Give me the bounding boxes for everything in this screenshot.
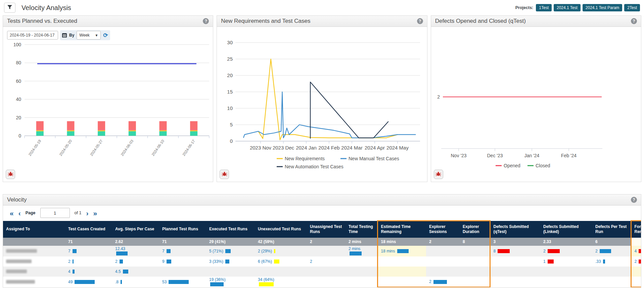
refresh-icon[interactable]: ⟳ — [103, 33, 108, 38]
column-header[interactable]: Planned Test Runs — [159, 221, 206, 238]
project-badge[interactable]: 1Test — [536, 4, 552, 11]
cell-value: 8 — [494, 249, 496, 253]
cell-value: 5 (71%) — [209, 249, 223, 253]
redacted-name — [6, 249, 37, 253]
svg-text:25: 25 — [227, 56, 233, 62]
table-cell — [346, 256, 377, 267]
page-input[interactable] — [40, 208, 70, 218]
svg-text:New Requirements: New Requirements — [285, 156, 325, 161]
table-row[interactable]: 44.5 — [3, 267, 641, 277]
table-cell — [460, 256, 490, 267]
svg-text:80: 80 — [16, 60, 21, 65]
summary-cell: 29 (41%) — [206, 238, 255, 246]
report-bug-button[interactable] — [434, 170, 443, 179]
next-page-button[interactable]: › — [86, 210, 88, 217]
table-cell: 9 — [159, 256, 206, 267]
column-header[interactable]: Explorer Sessions — [426, 221, 460, 238]
table-cell — [3, 256, 65, 267]
svg-text:60: 60 — [16, 78, 21, 84]
filter-button[interactable] — [4, 3, 15, 13]
table-cell — [592, 277, 631, 287]
column-header[interactable]: Forecasted Defects Remaining — [631, 221, 641, 238]
svg-text:Feb '24: Feb '24 — [561, 153, 577, 158]
project-badge[interactable]: 2024.1 Test Param — [583, 4, 623, 11]
table-cell — [460, 277, 490, 287]
svg-text:10: 10 — [227, 105, 233, 111]
last-page-button[interactable]: » — [93, 210, 97, 217]
by-label: By — [69, 33, 74, 38]
svg-text:2024 Mar: 2024 Mar — [341, 145, 363, 151]
velocity-table: Assigned ToTest Cases CreatedAvg. Steps … — [3, 220, 641, 288]
table-row[interactable]: 2293 (33%)6 (67%)21.332 — [3, 256, 641, 267]
first-page-button[interactable]: « — [10, 210, 14, 217]
prev-page-button[interactable]: ‹ — [18, 210, 21, 217]
svg-text:2024-06-10: 2024-06-10 — [151, 139, 165, 157]
column-header[interactable]: Avg. Steps Per Case — [112, 221, 159, 238]
table-cell: 2 — [426, 277, 460, 287]
table-cell — [426, 256, 460, 267]
svg-text:New Automation Test Cases: New Automation Test Cases — [285, 164, 343, 169]
table-cell: 18 mins — [377, 246, 426, 256]
table-cell: 2 (29%) — [255, 246, 307, 256]
column-header[interactable]: Explorer Duration — [460, 221, 490, 238]
svg-text:30: 30 — [227, 40, 233, 45]
value-bar — [169, 280, 189, 284]
column-header[interactable]: Defects Submitted (Linked) — [540, 221, 592, 238]
table-cell: 2 — [631, 256, 641, 267]
svg-text:2024-06-03: 2024-06-03 — [120, 139, 134, 157]
project-badge[interactable]: 2Test — [624, 4, 640, 11]
column-header[interactable]: Assigned To — [3, 221, 65, 238]
summary-cell: 71 — [159, 238, 206, 246]
svg-text:New Manual Test Cases: New Manual Test Cases — [349, 156, 399, 161]
panel-defects-header: Defects Opened and Closed (qTest) ? — [431, 16, 641, 27]
cell-value: 2 — [429, 279, 431, 284]
column-header[interactable]: Unexecuted Test Runs — [255, 221, 307, 238]
date-controls: By Week ▼ ⟳ — [7, 30, 213, 40]
help-icon[interactable]: ? — [631, 18, 637, 24]
panel-new-requirements: New Requirements and Test Cases ? 051015… — [217, 15, 427, 182]
help-icon[interactable]: ? — [631, 197, 637, 203]
funnel-icon — [7, 5, 12, 10]
table-cell: 2 — [307, 256, 346, 267]
interval-select[interactable]: Week ▼ — [77, 31, 101, 40]
column-header[interactable]: Unassigned Test Runs — [307, 221, 346, 238]
column-header[interactable]: Total Testing Time — [346, 221, 377, 238]
table-cell — [3, 277, 65, 287]
report-bug-button[interactable] — [6, 170, 15, 179]
column-header[interactable]: Defects Submitted (qTest) — [490, 221, 540, 238]
table-cell: 6 (67%) — [255, 256, 307, 267]
value-bar — [498, 249, 510, 253]
summary-cell: 71 — [65, 238, 112, 246]
page-of-label: of 1 — [75, 211, 82, 215]
cell-value: .8 — [115, 280, 119, 284]
value-bar — [397, 249, 409, 253]
value-bar — [600, 249, 611, 253]
table-cell — [540, 267, 592, 277]
table-cell — [346, 277, 377, 287]
interval-controls: By Week ▼ ⟳ — [60, 30, 110, 40]
table-cell — [460, 267, 490, 277]
header-row: Assigned ToTest Cases CreatedAvg. Steps … — [3, 221, 641, 238]
table-cell — [346, 267, 377, 277]
svg-text:Nov '23: Nov '23 — [451, 153, 466, 158]
summary-cell — [631, 238, 641, 246]
column-header[interactable]: Defects Per Test Run — [592, 221, 631, 238]
date-range-input[interactable] — [7, 31, 58, 40]
chevron-down-icon: ▼ — [95, 34, 98, 37]
project-badge[interactable]: 2024.1 Test — [554, 4, 581, 11]
table-row[interactable]: 712.4375 (71%)2 (29%)2 mins18 mins8224 — [3, 246, 641, 256]
svg-text:2024-05-20: 2024-05-20 — [58, 139, 73, 157]
help-icon[interactable]: ? — [203, 18, 209, 24]
calendar-icon[interactable] — [62, 33, 67, 38]
column-header[interactable]: Estimated Time Remaining — [377, 221, 426, 238]
report-bug-button[interactable] — [220, 170, 229, 179]
summary-cell: 2.33 — [540, 238, 592, 246]
redacted-name — [6, 259, 32, 263]
table-row[interactable]: 49.85319 (36%)34 (64%)2 — [3, 277, 641, 287]
velocity-header: Velocity ? — [3, 194, 641, 206]
help-icon[interactable]: ? — [417, 18, 423, 24]
column-header[interactable]: Executed Test Runs — [206, 221, 255, 238]
table-cell — [540, 277, 592, 287]
svg-text:100: 100 — [13, 42, 21, 47]
column-header[interactable]: Test Cases Created — [65, 221, 112, 238]
